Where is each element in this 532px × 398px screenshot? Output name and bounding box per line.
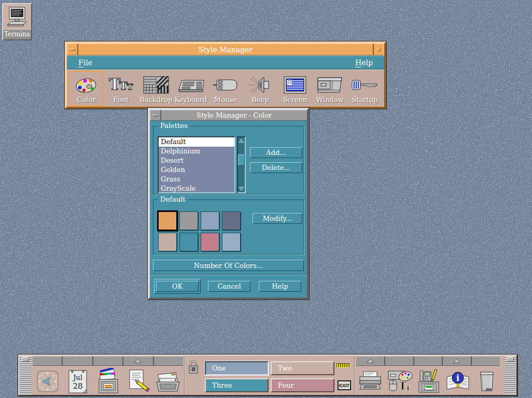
minimize-icon xyxy=(377,48,381,51)
menu-help[interactable]: Help xyxy=(352,59,376,67)
workspace-button-two[interactable]: Two xyxy=(271,361,334,375)
menu-file[interactable]: File xyxy=(75,59,95,67)
file-manager-control[interactable] xyxy=(93,366,123,396)
color-swatch[interactable] xyxy=(222,233,241,251)
default-palette-group: Default Modify... xyxy=(153,200,304,254)
tool-color[interactable]: Color xyxy=(69,71,104,106)
number-of-colors-button[interactable]: Number Of Colors... xyxy=(153,260,304,271)
menubar: File Help xyxy=(67,55,384,69)
front-panel: Jul 28 xyxy=(18,354,517,396)
help-control[interactable]: i xyxy=(443,366,472,396)
subpanel-tab-calendar[interactable] xyxy=(63,357,93,365)
subpanel-tab-applications[interactable] xyxy=(123,357,153,365)
scroll-up-icon[interactable] xyxy=(238,137,245,144)
delete-button[interactable]: Delete... xyxy=(250,162,302,173)
left-subpanel-strip xyxy=(33,356,183,366)
color-dialog-titlebar[interactable]: Style Manager - Color xyxy=(150,110,307,121)
clock-control[interactable] xyxy=(33,366,63,396)
window-menu-button[interactable] xyxy=(150,110,161,121)
palettes-group: Palettes Default Delphinium Desert Golde… xyxy=(153,126,304,194)
workspace-button-three[interactable]: Three xyxy=(205,378,269,392)
palette-list[interactable]: Default Delphinium Desert Golden Grass G… xyxy=(158,136,235,193)
tool-beep[interactable]: Beep xyxy=(243,71,278,106)
add-button[interactable]: Add... xyxy=(250,147,302,158)
color-swatch[interactable] xyxy=(201,211,219,230)
color-swatch[interactable] xyxy=(222,211,241,230)
subpanel-tab-tools[interactable] xyxy=(414,357,443,365)
lock-control[interactable] xyxy=(186,360,201,375)
palette-list-scrollbar[interactable] xyxy=(237,136,246,193)
application-manager-icon xyxy=(416,368,442,394)
exit-button[interactable]: EXIT xyxy=(338,380,351,390)
palette-list-item[interactable]: Default xyxy=(159,137,234,147)
color-swatch[interactable] xyxy=(201,233,219,251)
panel-minimize-box[interactable] xyxy=(507,357,514,362)
tool-screen[interactable]: Screen xyxy=(278,71,313,106)
color-swatch[interactable] xyxy=(179,211,198,230)
text-editor-icon xyxy=(125,368,150,395)
workspace-button-one[interactable]: One xyxy=(205,361,269,375)
color-swatch[interactable] xyxy=(179,233,198,251)
tool-window[interactable]: Window xyxy=(313,71,347,106)
tool-mouse[interactable]: Mouse xyxy=(208,71,243,106)
subpanel-tab-files[interactable] xyxy=(93,357,123,365)
palette-list-item[interactable]: Golden xyxy=(159,165,234,175)
style-manager-titlebar[interactable]: Style Manager xyxy=(67,44,384,55)
tool-backdrop[interactable]: Backdrop xyxy=(138,71,173,106)
window-menu-icon xyxy=(152,115,158,117)
subpanel-tab-style[interactable] xyxy=(385,357,414,365)
subpanel-tab-printer[interactable] xyxy=(356,357,385,365)
subpanel-tab-trash[interactable] xyxy=(472,357,500,365)
cancel-button[interactable]: Cancel xyxy=(208,281,250,292)
trash-control[interactable] xyxy=(472,366,501,396)
clock-icon xyxy=(36,369,60,393)
mailer-control[interactable] xyxy=(153,366,183,396)
application-manager-control[interactable] xyxy=(414,366,443,396)
palette-list-item[interactable]: Desert xyxy=(159,156,234,165)
help-button[interactable]: Help xyxy=(259,281,301,292)
panel-left-handle[interactable] xyxy=(20,356,32,394)
window-menu-button[interactable] xyxy=(67,44,78,55)
workspace-button-four[interactable]: Four xyxy=(271,378,334,392)
panel-right-handle[interactable] xyxy=(505,356,516,394)
style-manager-toolbar: Color T T T Font xyxy=(67,69,384,106)
minimize-button[interactable] xyxy=(373,44,384,55)
color-swatch[interactable] xyxy=(157,210,178,231)
calendar-control[interactable]: Jul 28 xyxy=(63,366,93,396)
window-icon xyxy=(317,75,343,95)
color-swatch[interactable] xyxy=(158,233,177,251)
panel-divider xyxy=(354,356,355,394)
default-group-label: Default xyxy=(158,195,188,204)
modify-button[interactable]: Modify... xyxy=(253,213,302,224)
keyboard-icon xyxy=(177,75,205,95)
tool-startup[interactable]: Startup xyxy=(347,71,382,106)
subpanel-tab-mail[interactable] xyxy=(154,357,183,365)
tool-font[interactable]: T T T Font xyxy=(104,71,138,106)
style-manager-control[interactable]: T T xyxy=(385,366,414,396)
printer-control[interactable] xyxy=(356,366,385,396)
palette-list-item[interactable]: GrayScale xyxy=(159,184,234,193)
font-icon: T T T xyxy=(108,75,135,95)
color-dialog-body: Palettes Default Delphinium Desert Golde… xyxy=(150,121,307,297)
mailer-icon xyxy=(155,369,181,393)
palette-list-item[interactable]: Grass xyxy=(159,175,234,184)
text-editor-control[interactable] xyxy=(123,366,153,396)
ok-button[interactable]: OK xyxy=(156,281,199,292)
panel-minimize-box[interactable] xyxy=(22,357,29,362)
terminal-icon xyxy=(3,4,31,30)
help-icon: i xyxy=(444,369,472,393)
tool-label: Keyboard xyxy=(175,96,207,104)
mouse-icon xyxy=(213,75,238,95)
palette-list-item[interactable]: Delphinium xyxy=(159,147,234,156)
scroll-down-icon[interactable] xyxy=(238,186,245,192)
terminal-desktop-icon[interactable]: Termina xyxy=(2,3,32,40)
default-button-ring: OK xyxy=(154,279,201,294)
scrollbar-thumb[interactable] xyxy=(238,154,245,166)
tool-keyboard[interactable]: Keyboard xyxy=(173,71,208,106)
subpanel-tab-clock[interactable] xyxy=(33,357,63,365)
tool-label: Screen xyxy=(283,96,307,104)
terminal-icon-label: Termina xyxy=(3,30,31,39)
screen-icon xyxy=(284,75,306,95)
tool-label: Mouse xyxy=(214,96,237,104)
subpanel-tab-help[interactable] xyxy=(443,357,472,365)
